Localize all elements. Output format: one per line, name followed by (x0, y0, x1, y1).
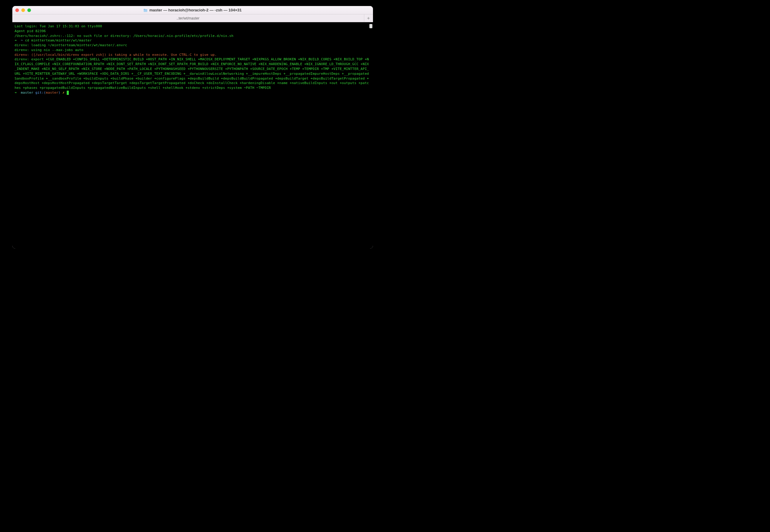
cursor (67, 91, 69, 95)
maximize-button[interactable] (27, 8, 31, 12)
minimize-button[interactable] (21, 8, 25, 12)
terminal-body[interactable]: Last login: Tue Jan 17 15:31:03 on ttys0… (12, 22, 373, 249)
terminal-line: direnv: export +CGO_ENABLED +CONFIG_SHEL… (15, 57, 369, 90)
close-button[interactable] (15, 8, 19, 12)
tab-label: ..ter/wt/master (176, 16, 199, 20)
prompt-arrow: ➜ (15, 38, 21, 42)
terminal-line: /Users/horacioh/.zshrc:.:112: no such fi… (15, 34, 234, 38)
plus-icon: + (367, 16, 370, 21)
window-title: master — horacioh@horacioh-2 — -zsh — 10… (12, 8, 373, 12)
scrollbar-thumb[interactable] (369, 24, 372, 28)
terminal-line: Agent pid 82396 (15, 29, 46, 33)
command-text: cd mintterteam/mintter/wt/master (23, 38, 92, 42)
prompt-dir: master (21, 91, 33, 95)
git-branch: master (46, 91, 59, 95)
git-dirty-icon: ✗ (60, 91, 67, 95)
new-tab-button[interactable]: + (364, 14, 373, 22)
terminal-line: direnv: loading ~/mintterteam/mintter/wt… (15, 43, 127, 47)
terminal-warning: direnv: ([/usr/local/bin/direnv export z… (15, 53, 217, 57)
tab-active[interactable]: ..ter/wt/master (12, 14, 364, 22)
git-label: git:( (33, 91, 46, 95)
terminal-window: master — horacioh@horacioh-2 — -zsh — 10… (12, 6, 373, 249)
folder-icon (143, 8, 147, 12)
window-controls (15, 8, 31, 12)
tab-bar: ..ter/wt/master + (12, 14, 373, 22)
window-title-text: master — horacioh@horacioh-2 — -zsh — 10… (149, 8, 242, 12)
terminal-line: direnv: using nix --max-jobs auto (15, 48, 83, 52)
prompt-arrow: ➜ (15, 91, 21, 95)
terminal-line: Last login: Tue Jan 17 15:31:03 on ttys0… (15, 24, 102, 28)
titlebar: master — horacioh@horacioh-2 — -zsh — 10… (12, 6, 373, 14)
